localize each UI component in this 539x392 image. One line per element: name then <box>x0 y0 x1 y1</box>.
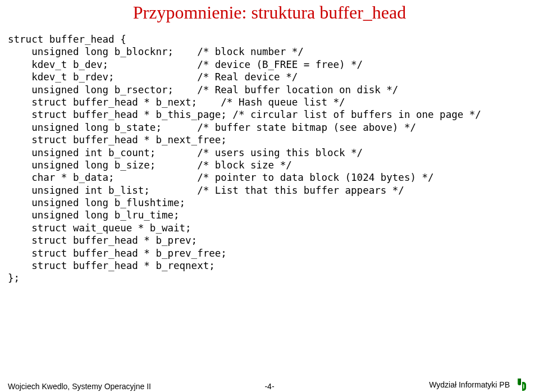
footer-right: Wydział Informatyki PB <box>429 379 531 391</box>
code-block: struct buffer_head { unsigned long b_blo… <box>8 33 539 285</box>
footer-center: -4- <box>264 382 274 391</box>
footer-left: Wojciech Kwedlo, Systemy Operacyjne II <box>8 382 151 391</box>
slide-title: Przypomnienie: struktura buffer_head <box>0 2 539 23</box>
svg-rect-0 <box>522 382 523 391</box>
university-logo-icon <box>515 379 531 391</box>
footer: Wojciech Kwedlo, Systemy Operacyjne II -… <box>0 377 539 391</box>
footer-right-text: Wydział Informatyki PB <box>429 380 510 389</box>
